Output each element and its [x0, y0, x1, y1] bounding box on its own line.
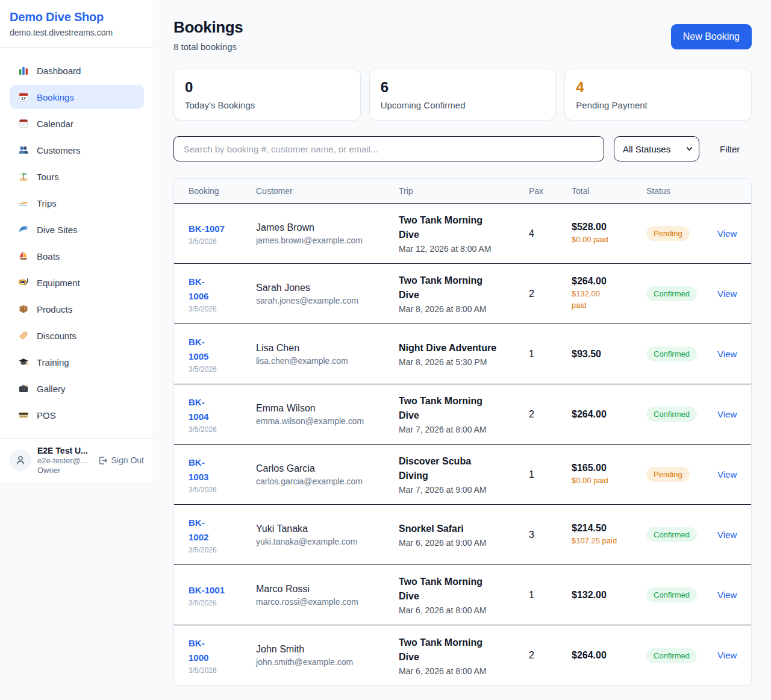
- pax-count: 1: [529, 349, 572, 360]
- booking-id-link[interactable]: BK- 1002: [189, 516, 208, 545]
- filter-bar: All Statuses Filter: [173, 136, 752, 161]
- stat-value: 4: [576, 79, 740, 96]
- sidebar-item-label: Dive Sites: [37, 225, 78, 235]
- status-badge: Pending: [646, 226, 690, 241]
- user-info: E2E Test U... e2e-tester@... Owner: [37, 446, 92, 475]
- person-icon: [14, 454, 27, 466]
- sidebar-item-label: Bookings: [37, 92, 74, 102]
- status-filter-wrap: All Statuses: [614, 136, 699, 161]
- booking-date: 3/5/2026: [189, 599, 249, 607]
- view-link[interactable]: View: [717, 590, 737, 600]
- search-input[interactable]: [173, 136, 604, 161]
- booking-id-link[interactable]: BK- 1000: [189, 636, 208, 665]
- booking-id-link[interactable]: BK-1007: [189, 222, 225, 236]
- view-link[interactable]: View: [717, 289, 737, 299]
- stat-label: Today's Bookings: [185, 100, 349, 110]
- trip-datetime: Mar 12, 2026 at 8:00 AM: [399, 244, 522, 254]
- page-subtitle: 8 total bookings: [173, 42, 243, 52]
- customer-name: Sarah Jones: [256, 283, 392, 293]
- view-link[interactable]: View: [717, 228, 737, 239]
- booking-id-link[interactable]: BK-1001: [189, 583, 225, 598]
- shop-name: Demo Dive Shop: [10, 10, 144, 24]
- sidebar-item-gallery[interactable]: Gallery: [10, 377, 144, 401]
- sign-out-label: Sign Out: [111, 455, 144, 465]
- column-header-status: Status: [646, 186, 717, 196]
- sidebar-item-label: Customers: [37, 145, 81, 155]
- sidebar-item-products[interactable]: Products: [10, 297, 144, 321]
- sidebar-item-dive-sites[interactable]: Dive Sites: [10, 217, 144, 242]
- svg-text:17: 17: [21, 96, 26, 101]
- sidebar-item-dashboard[interactable]: Dashboard: [10, 58, 144, 83]
- sidebar-item-pos[interactable]: POS: [10, 403, 144, 427]
- stat-card-todays-bookings: 0 Today's Bookings: [173, 69, 361, 120]
- view-link[interactable]: View: [717, 409, 737, 419]
- pax-count: 2: [529, 409, 572, 420]
- trips-boat-icon: [18, 198, 29, 208]
- sidebar-item-boats[interactable]: Boats: [10, 244, 144, 268]
- trip-name: Snorkel Safari: [399, 522, 522, 536]
- table-row: BK- 1002 3/5/2026 Yuki Tanaka yuki.tanak…: [174, 505, 751, 565]
- customer-name: Lisa Chen: [256, 343, 392, 354]
- booking-date: 3/5/2026: [189, 486, 249, 494]
- sidebar-item-bookings[interactable]: 17 Bookings: [10, 85, 144, 109]
- column-header-booking: Booking: [174, 186, 256, 196]
- column-header-customer: Customer: [256, 186, 399, 196]
- booking-id-link[interactable]: BK- 1006: [189, 275, 208, 304]
- sidebar-item-label: Discounts: [37, 331, 76, 341]
- status-badge: Confirmed: [646, 407, 697, 422]
- paid-amount: $0.00 paid: [572, 475, 639, 487]
- customer-email: marco.rossi@example.com: [256, 597, 392, 607]
- total-amount: $132.00: [572, 590, 639, 601]
- pax-count: 4: [529, 228, 572, 239]
- filter-button[interactable]: Filter: [720, 144, 740, 154]
- sidebar-item-customers[interactable]: Customers: [10, 138, 144, 162]
- table-row: BK-1001 3/5/2026 Marco Rossi marco.rossi…: [174, 565, 751, 625]
- trip-name: Two Tank Morning Dive: [399, 213, 522, 242]
- status-filter-select[interactable]: All Statuses: [614, 137, 699, 161]
- table-header-row: Booking Customer Trip Pax Total Status: [174, 179, 751, 204]
- customer-email: yuki.tanaka@example.com: [256, 537, 392, 546]
- booking-id-link[interactable]: BK- 1005: [189, 335, 208, 364]
- total-amount: $165.00: [572, 463, 639, 473]
- booking-id-link[interactable]: BK- 1004: [189, 395, 208, 424]
- sidebar-item-training[interactable]: Training: [10, 350, 144, 374]
- booking-date: 3/5/2026: [189, 305, 249, 313]
- sidebar-item-discounts[interactable]: Discounts: [10, 323, 144, 348]
- customer-email: john.smith@example.com: [256, 657, 392, 667]
- table-row: BK-1007 3/5/2026 James Brown james.brown…: [174, 204, 751, 264]
- trip-name: Two Tank Morning Dive: [399, 394, 522, 423]
- camera-icon: [18, 383, 29, 394]
- view-link[interactable]: View: [717, 530, 737, 540]
- view-link[interactable]: View: [717, 469, 737, 480]
- sidebar-item-equipment[interactable]: Equipment: [10, 270, 144, 295]
- sign-out-button[interactable]: Sign Out: [98, 455, 144, 466]
- stat-label: Upcoming Confirmed: [381, 100, 545, 110]
- sidebar-item-calendar[interactable]: Calendar: [10, 111, 144, 136]
- sidebar-item-trips[interactable]: Trips: [10, 191, 144, 215]
- customer-email: emma.wilson@example.com: [256, 416, 392, 426]
- sidebar-item-label: Calendar: [37, 119, 73, 129]
- new-booking-button[interactable]: New Booking: [671, 24, 752, 49]
- booking-date: 3/5/2026: [189, 546, 249, 554]
- trip-name: Two Tank Morning Dive: [399, 575, 522, 604]
- view-link[interactable]: View: [717, 650, 737, 660]
- view-link[interactable]: View: [717, 349, 737, 359]
- pax-count: 1: [529, 469, 572, 480]
- wave-icon: [18, 224, 29, 235]
- trip-datetime: Mar 8, 2026 at 5:30 PM: [399, 357, 522, 367]
- status-badge: Pending: [646, 467, 690, 482]
- column-header-trip: Trip: [399, 186, 529, 196]
- user-role: Owner: [37, 466, 92, 475]
- sidebar-item-tours[interactable]: Tours: [10, 164, 144, 189]
- booking-id-link[interactable]: BK- 1003: [189, 455, 208, 484]
- customer-name: Yuki Tanaka: [256, 523, 392, 534]
- pax-count: 2: [529, 289, 572, 299]
- total-amount: $528.00: [572, 222, 639, 233]
- total-amount: $214.50: [572, 523, 639, 534]
- credit-card-icon: [18, 410, 29, 420]
- customer-name: John Smith: [256, 644, 392, 655]
- sidebar-item-label: Equipment: [37, 278, 80, 288]
- trip-datetime: Mar 8, 2026 at 8:00 AM: [399, 304, 522, 314]
- customer-email: james.brown@example.com: [256, 236, 392, 245]
- customers-icon: [18, 145, 29, 155]
